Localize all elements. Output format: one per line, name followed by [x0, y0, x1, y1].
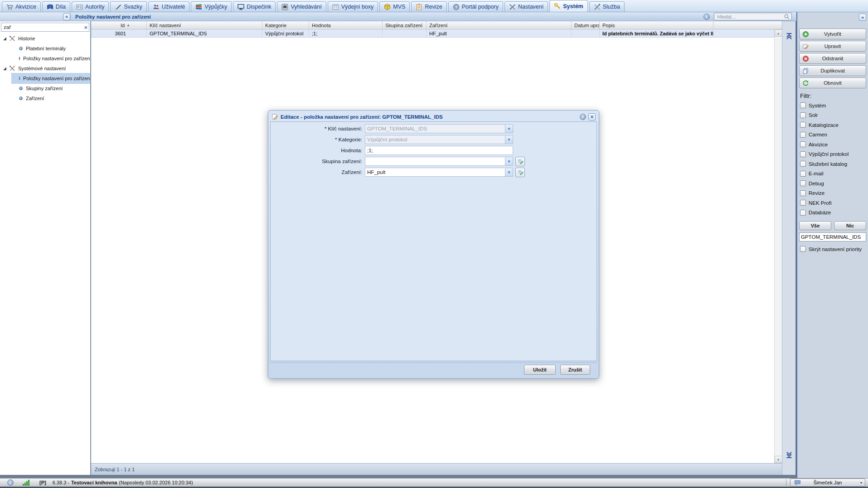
tree-expander-icon[interactable] [3, 67, 6, 70]
cancel-button[interactable]: Zrušit [560, 365, 590, 375]
search-input[interactable] [717, 14, 784, 19]
checkbox-label[interactable]: Solr [809, 112, 818, 118]
scroll-down-icon[interactable]: ▼ [775, 456, 782, 463]
field-row-key: * Klíč nastavení: ▾ [271, 124, 596, 133]
checkbox-label[interactable]: Akvizice [809, 142, 828, 147]
key-filter-input[interactable] [799, 232, 866, 242]
save-button[interactable]: Uložit [524, 365, 556, 375]
filter-checkbox-carmen[interactable] [800, 132, 806, 138]
tab-akvizice[interactable]: Akvizice [2, 1, 41, 12]
chevron-down-icon[interactable]: ▾ [505, 135, 513, 144]
tab-nastaveni[interactable]: Nastavení [504, 1, 548, 12]
filter-checkbox-databaze[interactable] [800, 210, 806, 216]
tree-leaf-label: Skupiny zařízení [26, 86, 63, 91]
column-header-id[interactable]: Id ▲ [91, 21, 147, 29]
checkbox-label[interactable]: Systém [809, 103, 826, 108]
chevron-down-icon[interactable]: ▾ [505, 157, 513, 165]
value-input[interactable] [365, 146, 513, 155]
filter-checkbox-debug[interactable] [800, 180, 806, 186]
table-row[interactable]: 3601 GPTOM_TERMINAL_IDS Výpůjční protoko… [91, 29, 774, 38]
tab-svazky[interactable]: Svazky [110, 1, 146, 12]
tree-node-historie[interactable]: Historie [0, 34, 90, 43]
checkbox-label[interactable]: E-mail [809, 171, 824, 176]
hide-priority-checkbox[interactable] [800, 246, 806, 252]
tab-dila[interactable]: Díla [42, 1, 70, 12]
checkbox-label[interactable]: Carmen [809, 132, 827, 137]
delete-button[interactable]: Odstranit [799, 53, 866, 64]
scroll-to-top-button[interactable] [784, 30, 794, 41]
device-combo-input[interactable] [365, 168, 505, 176]
column-header-value[interactable]: Hodnota [309, 21, 383, 29]
filter-checkbox-sluzebni-katalog[interactable] [800, 161, 806, 167]
status-info-icon[interactable]: i [7, 479, 14, 486]
scroll-to-bottom-button[interactable] [784, 449, 794, 460]
tab-autority[interactable]: Autority [72, 1, 109, 12]
collapse-sidebar-button[interactable]: « [63, 13, 70, 20]
filter-checkbox-nek-profi[interactable] [800, 200, 806, 206]
duplicate-button[interactable]: Duplikovat [799, 65, 866, 76]
info-icon[interactable]: i [703, 14, 710, 20]
tree-node-systemove-nastaveni[interactable]: Systémové nastavení [0, 63, 90, 73]
dialog-title-bar[interactable]: Editace - položka nastavení pro zařízení… [270, 112, 597, 121]
expand-panel-button[interactable]: » [859, 14, 866, 21]
search-icon[interactable] [784, 14, 790, 20]
refresh-button[interactable]: Obnovit [799, 77, 866, 88]
tree-leaf-skupiny-zarizeni[interactable]: Skupiny zařízení [12, 83, 90, 93]
scroll-up-icon[interactable]: ▲ [775, 29, 782, 37]
tree-expander-icon[interactable] [3, 37, 6, 40]
tree-filter-input[interactable] [4, 24, 84, 30]
select-all-button[interactable]: Vše [799, 221, 831, 230]
sidebar-header: « [0, 12, 71, 21]
tab-vyhledavani[interactable]: Vyhledávání [277, 1, 326, 12]
tree-leaf-zarizeni[interactable]: Zařízení [12, 93, 90, 103]
dialog-info-icon[interactable]: i [580, 114, 586, 120]
column-header-device[interactable]: Zařízení [427, 21, 572, 29]
filter-checkbox-email[interactable] [800, 171, 806, 177]
tree-leaf-polozky-nastaveni-selected[interactable]: Položky nastavení pro zařízení [12, 73, 90, 83]
dialog-close-icon[interactable]: × [588, 113, 596, 121]
chevron-down-icon[interactable]: ▾ [505, 125, 513, 133]
tab-sluzba[interactable]: Služba [589, 1, 625, 12]
device-group-combo-input[interactable] [365, 157, 505, 165]
column-header-description[interactable]: Popis [600, 21, 713, 29]
filter-checkbox-revize[interactable] [800, 190, 806, 196]
filter-checkbox-system[interactable] [800, 102, 806, 108]
checkbox-label[interactable]: NEK Profi [809, 200, 832, 206]
filter-checkbox-katalogizace[interactable] [800, 122, 806, 128]
edit-button[interactable]: Upravit [799, 41, 866, 52]
create-button[interactable]: Vytvořit [799, 29, 866, 39]
tab-vydejni-boxy[interactable]: Výdejní boxy [328, 1, 378, 12]
vertical-scrollbar[interactable]: ▲ ▼ [774, 29, 782, 463]
edit-device-list-button[interactable] [515, 168, 525, 177]
tab-portal-podpory[interactable]: ? Portál podpory [448, 1, 503, 12]
checkbox-label[interactable]: Výpůjční protokol [809, 151, 849, 157]
tree-leaf-platebni-terminaly[interactable]: Platební terminály [12, 43, 90, 53]
filter-checkbox-akvizice[interactable] [800, 141, 806, 147]
column-header-key[interactable]: Klíč nastavení [147, 21, 262, 29]
tab-dispecink[interactable]: Dispečink [233, 1, 276, 12]
tree-leaf-polozky-nastaveni-historie[interactable]: Položky nastavení pro zařízení [12, 53, 90, 63]
filter-checkbox-vypujcni-protokol[interactable] [800, 151, 806, 157]
filter-checkbox-solr[interactable] [800, 112, 806, 118]
tab-system[interactable]: Systém [549, 0, 587, 12]
column-header-device-group[interactable]: Skupina zařízení [383, 21, 427, 29]
checkbox-label[interactable]: Databáze [809, 210, 831, 215]
category-combo-input[interactable] [365, 135, 505, 144]
user-menu-button[interactable]: Šimeček Jan ▾ [790, 478, 865, 487]
select-none-button[interactable]: Nic [834, 221, 866, 230]
checkbox-label[interactable]: Katalogizace [809, 122, 839, 128]
tab-vypujcky[interactable]: Výpůjčky [191, 1, 232, 12]
column-header-category[interactable]: Kategorie [262, 21, 309, 29]
checkbox-label[interactable]: Skrýt nastavení priority [809, 246, 862, 252]
checkbox-label[interactable]: Služební katalog [809, 161, 847, 167]
tab-uzivatele[interactable]: Uživatelé [148, 1, 189, 12]
chevron-down-icon[interactable]: ▾ [505, 168, 513, 176]
key-combo-input[interactable] [365, 125, 505, 133]
column-header-date-modified[interactable]: Datum upra... [572, 21, 600, 29]
checkbox-label[interactable]: Revize [809, 190, 824, 196]
tab-revize[interactable]: Revize [411, 1, 446, 12]
checkbox-label[interactable]: Debug [809, 181, 824, 186]
edit-device-group-list-button[interactable] [515, 157, 525, 166]
tab-mvs[interactable]: MVS [379, 1, 410, 12]
clear-filter-icon[interactable]: × [84, 24, 87, 30]
